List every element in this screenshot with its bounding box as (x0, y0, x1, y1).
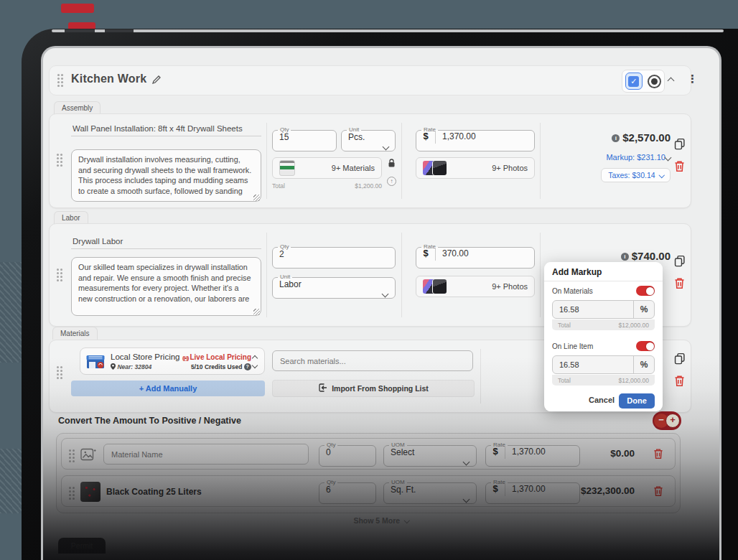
assembly-qty-field[interactable]: Qty 15 (272, 127, 337, 151)
labor-title-input[interactable] (71, 234, 261, 249)
info-icon[interactable]: i (621, 253, 629, 261)
photo-thumbnails (423, 161, 447, 175)
row-qty-field[interactable]: Qty 0 (319, 442, 376, 467)
edit-pencil-icon[interactable] (151, 75, 162, 88)
labor-price-block: i$740.00 (545, 250, 671, 263)
trash-icon[interactable] (674, 160, 685, 175)
background-texture (0, 449, 22, 513)
chevron-down-icon (382, 291, 389, 298)
import-icon (318, 383, 327, 393)
question-icon[interactable]: ? (244, 363, 251, 370)
rate-value: 1,370.00 (505, 483, 546, 496)
divider (540, 123, 541, 199)
plus-icon[interactable]: + (665, 414, 680, 428)
tab-permit[interactable]: Permit (58, 538, 106, 554)
line-item-markup-total: Total $12,000.00 (552, 375, 655, 386)
row-drag-handle[interactable] (69, 449, 75, 462)
unit-value: Labor (273, 279, 395, 291)
divider (480, 349, 481, 403)
tab-materials[interactable]: Materials (52, 327, 98, 340)
labor-rate-field[interactable]: Rate $ 370.00 (416, 244, 535, 269)
store-pricing-selector[interactable]: Local Store Pricing Near: 32804 ((•))Liv… (80, 347, 265, 375)
materials-search-input[interactable] (272, 350, 473, 371)
on-line-item-toggle[interactable] (636, 341, 655, 351)
materials-markup-total: Total $12,000.00 (552, 319, 655, 330)
popup-title: Add Markup (552, 267, 602, 277)
percent-sign: % (633, 301, 654, 318)
assembly-description-textarea[interactable]: Drywall installation involves measuring,… (71, 149, 261, 202)
currency-symbol: $ (486, 483, 505, 496)
row-uom-select[interactable]: UOM Select (383, 442, 477, 467)
sort-down-icon[interactable] (252, 363, 258, 368)
assembly-materials-chip[interactable]: 9+ Materials (272, 157, 382, 179)
done-button[interactable]: Done (619, 393, 655, 409)
checkbox-mode-button[interactable]: ✓ (625, 73, 643, 90)
copy-icon[interactable] (673, 352, 686, 368)
on-materials-toggle[interactable] (636, 286, 655, 296)
trash-icon[interactable] (674, 277, 685, 292)
positive-negative-toggle[interactable]: − + (653, 411, 681, 430)
resize-grip-icon[interactable] (253, 195, 260, 201)
material-row: Black Coating 25 Liters Qty 6 UOM Sq. Ft… (61, 475, 676, 507)
show-more-link[interactable]: Show 5 More (43, 516, 719, 525)
radio-mode-button[interactable] (648, 75, 661, 88)
total-value: $1,200.00 (355, 182, 382, 190)
sort-up-icon[interactable] (252, 355, 258, 361)
labor-unit-select[interactable]: Unit Labor (272, 274, 396, 299)
on-materials-row: On Materials (552, 286, 655, 296)
row-uom-select[interactable]: UOM Sq. Ft. (383, 480, 477, 504)
assembly-markup-link[interactable]: Markup: $231.10 (545, 150, 671, 163)
material-thumbnail[interactable] (80, 482, 101, 502)
total-value: $12,000.00 (618, 377, 649, 384)
collapse-chevron-icon[interactable] (668, 78, 675, 85)
copy-icon[interactable] (673, 254, 686, 270)
rate-value: 1,370.00 (436, 131, 476, 144)
labor-photos-chip[interactable]: 9+ Photos (416, 276, 535, 297)
add-image-icon[interactable] (80, 447, 96, 464)
material-name-input[interactable] (103, 444, 309, 465)
group-drag-handle[interactable] (57, 74, 63, 87)
trash-icon[interactable] (653, 448, 663, 462)
assembly-rate-field[interactable]: Rate $ 1,370.00 (416, 127, 535, 151)
broadcast-icon: ((•)) (182, 355, 188, 361)
divider (544, 281, 663, 281)
row-drag-handle[interactable] (69, 487, 75, 500)
divider (401, 233, 402, 317)
resize-grip-icon[interactable] (253, 309, 260, 315)
row-qty-field[interactable]: Qty 6 (319, 480, 376, 504)
line-item-markup-input[interactable]: 16.58 % (552, 355, 655, 374)
assembly-price-block: i$2,570.00 Markup: $231.10 Taxes: $30.14 (545, 131, 671, 182)
row-rate-field[interactable]: Rate $ 1,370.00 (485, 442, 580, 467)
kebab-menu-icon[interactable]: ⋮ (687, 73, 698, 85)
trash-icon[interactable] (653, 485, 663, 500)
row-rate-field[interactable]: Rate $ 1,370.00 (485, 480, 580, 504)
cancel-button[interactable]: Cancel (589, 396, 615, 404)
labor-drag-handle[interactable] (57, 269, 62, 281)
labor-description-textarea[interactable]: Our skilled team specializes in drywall … (71, 257, 261, 316)
materials-drag-handle[interactable] (57, 366, 62, 379)
add-manually-button[interactable]: + Add Manually (71, 381, 265, 396)
assembly-title-input[interactable] (71, 121, 261, 136)
lock-icon[interactable] (388, 158, 396, 171)
copy-icon[interactable] (673, 137, 686, 153)
tab-assembly[interactable]: Assembly (54, 101, 101, 114)
rate-value: 370.00 (436, 248, 469, 261)
tab-labor[interactable]: Labor (54, 211, 88, 224)
assembly-unit-select[interactable]: Unit Pcs. (341, 127, 396, 151)
total-label: Total (558, 377, 571, 384)
store-name: Local Store Pricing (111, 353, 180, 361)
assembly-photos-chip[interactable]: 9+ Photos (416, 157, 535, 179)
qty-value: 15 (273, 132, 336, 144)
chevron-down-icon (463, 459, 470, 466)
labor-qty-field[interactable]: Qty 2 (272, 244, 396, 269)
total-label: Total (558, 322, 571, 329)
import-from-shopping-list-button[interactable]: Import From Shopping List (272, 380, 475, 397)
assembly-taxes-chip[interactable]: Taxes: $30.14 (545, 168, 671, 182)
info-icon[interactable]: i (612, 134, 620, 142)
photo-thumbnails (423, 279, 447, 294)
photos-chip-label: 9+ Photos (492, 164, 528, 172)
materials-markup-input[interactable]: 16.58 % (552, 300, 655, 319)
circle-up-arrow-icon[interactable]: ↑ (387, 177, 396, 186)
trash-icon[interactable] (674, 375, 685, 390)
assembly-drag-handle[interactable] (57, 154, 62, 167)
